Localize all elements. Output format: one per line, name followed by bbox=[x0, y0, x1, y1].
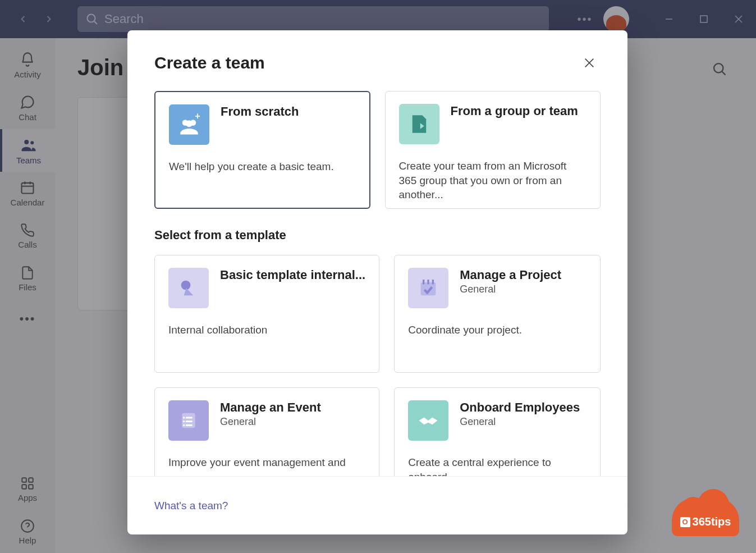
card-title: From a group or team bbox=[451, 104, 587, 118]
card-template-manage-event[interactable]: Manage an Event General Improve your eve… bbox=[154, 387, 379, 476]
card-sub: General bbox=[460, 416, 587, 428]
watermark-365tips: O365tips bbox=[672, 489, 739, 536]
svg-point-36 bbox=[183, 417, 185, 418]
team-group-icon bbox=[399, 104, 439, 144]
card-desc: Create a central experience to onboard bbox=[408, 455, 587, 476]
card-template-basic-internal[interactable]: Basic template internal... Internal coll… bbox=[154, 255, 379, 373]
card-template-manage-project[interactable]: Manage a Project General Coordinate your… bbox=[394, 255, 601, 373]
card-title: Manage a Project bbox=[460, 268, 587, 282]
modal-title: Create a team bbox=[154, 53, 265, 72]
card-title: From scratch bbox=[221, 104, 356, 119]
svg-point-26 bbox=[181, 281, 191, 290]
create-team-modal: Create a team + From scratch bbox=[127, 30, 627, 534]
modal-close-button[interactable] bbox=[578, 52, 601, 74]
shapes-icon bbox=[168, 268, 209, 308]
template-heading: Select from a template bbox=[154, 228, 601, 243]
card-desc: Coordinate your project. bbox=[408, 323, 587, 337]
watermark-text: 365tips bbox=[693, 515, 731, 528]
card-title: Basic template internal... bbox=[220, 268, 365, 282]
whats-a-team-link[interactable]: What's a team? bbox=[154, 500, 228, 512]
svg-rect-31 bbox=[432, 280, 434, 284]
card-title: Manage an Event bbox=[220, 400, 365, 415]
card-from-group[interactable]: From a group or team Create your team fr… bbox=[385, 91, 601, 209]
calendar-check-icon bbox=[408, 268, 448, 308]
checklist-icon bbox=[168, 400, 209, 441]
team-scratch-icon: + bbox=[169, 104, 209, 145]
card-from-scratch[interactable]: + From scratch We'll help you create a b… bbox=[154, 91, 370, 209]
svg-rect-28 bbox=[421, 282, 436, 295]
handshake-icon bbox=[408, 400, 448, 441]
card-desc: Improve your event management and bbox=[168, 455, 365, 470]
svg-point-24 bbox=[186, 120, 193, 127]
svg-point-37 bbox=[183, 421, 185, 422]
card-desc: Create your team from an Microsoft 365 g… bbox=[399, 159, 587, 202]
svg-rect-30 bbox=[428, 280, 429, 284]
svg-text:+: + bbox=[195, 113, 200, 121]
close-icon bbox=[583, 57, 595, 69]
card-title: Onboard Employees bbox=[460, 400, 587, 415]
card-sub: General bbox=[220, 416, 365, 428]
card-sub: General bbox=[460, 284, 587, 295]
card-desc: We'll help you create a basic team. bbox=[169, 159, 356, 174]
card-desc: Internal collaboration bbox=[168, 323, 365, 337]
svg-point-38 bbox=[183, 424, 185, 426]
card-template-onboard-employees[interactable]: Onboard Employees General Create a centr… bbox=[394, 387, 601, 476]
svg-rect-29 bbox=[423, 280, 424, 284]
